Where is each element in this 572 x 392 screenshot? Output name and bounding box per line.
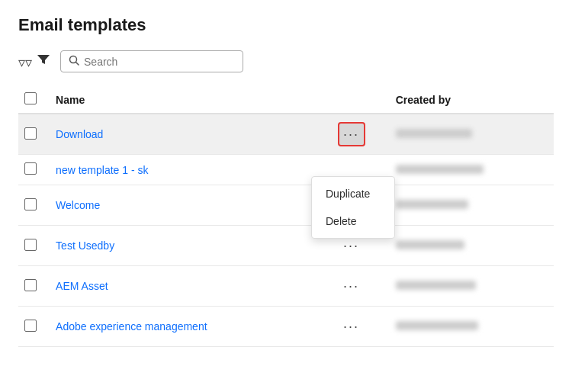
created-by-value (396, 129, 472, 138)
row-checkbox[interactable] (24, 162, 37, 175)
table-row: Adobe experience management··· (18, 307, 554, 347)
col-header-name: Name (48, 86, 329, 114)
search-box (60, 50, 243, 72)
table-row: Welcome··· (18, 185, 554, 226)
created-by-value (396, 321, 478, 330)
table-row: new template 1 - sk (18, 155, 554, 185)
header-checkbox-cell (18, 86, 48, 114)
template-name-link[interactable]: AEM Asset (56, 280, 108, 292)
row-checkbox[interactable] (24, 127, 37, 140)
row-actions-button[interactable]: ··· (338, 274, 365, 298)
row-checkbox[interactable] (24, 320, 37, 332)
search-input[interactable] (84, 56, 235, 68)
template-name-link[interactable]: Download (56, 128, 103, 140)
filter-icon[interactable]: ▿▿ (18, 52, 51, 71)
template-name-link[interactable]: Adobe experience management (56, 320, 207, 333)
created-by-value (396, 165, 484, 174)
created-by-value (396, 240, 464, 249)
created-by-value (396, 200, 468, 209)
created-by-value (396, 281, 476, 290)
row-actions-button[interactable]: ··· (338, 122, 365, 146)
dropdown-duplicate[interactable]: Duplicate (312, 180, 394, 207)
search-icon (69, 55, 79, 68)
col-header-created-by: Created by (388, 86, 554, 114)
svg-line-1 (76, 63, 79, 66)
table-row: Test Usedby··· (18, 226, 554, 266)
row-checkbox[interactable] (24, 279, 37, 291)
template-name-link[interactable]: Test Usedby (56, 239, 114, 252)
dropdown-delete[interactable]: Delete (312, 207, 394, 235)
table-row: AEM Asset··· (18, 266, 554, 307)
table-header-row: Name Created by (18, 86, 554, 114)
col-header-actions (330, 86, 388, 114)
row-actions-button[interactable]: ··· (338, 314, 365, 339)
page-container: Email templates ▿▿ Name (0, 0, 572, 392)
page-title: Email templates (18, 15, 554, 35)
templates-table: Name Created by Download···new template … (18, 86, 554, 347)
template-name-link[interactable]: new template 1 - sk (56, 164, 148, 176)
select-all-checkbox[interactable] (24, 92, 37, 104)
context-dropdown-menu: Duplicate Delete (311, 176, 395, 239)
row-checkbox[interactable] (24, 239, 37, 251)
table-row: Download··· (18, 114, 554, 155)
toolbar: ▿▿ (18, 50, 554, 72)
template-name-link[interactable]: Welcome (56, 199, 100, 211)
row-checkbox[interactable] (24, 198, 37, 210)
